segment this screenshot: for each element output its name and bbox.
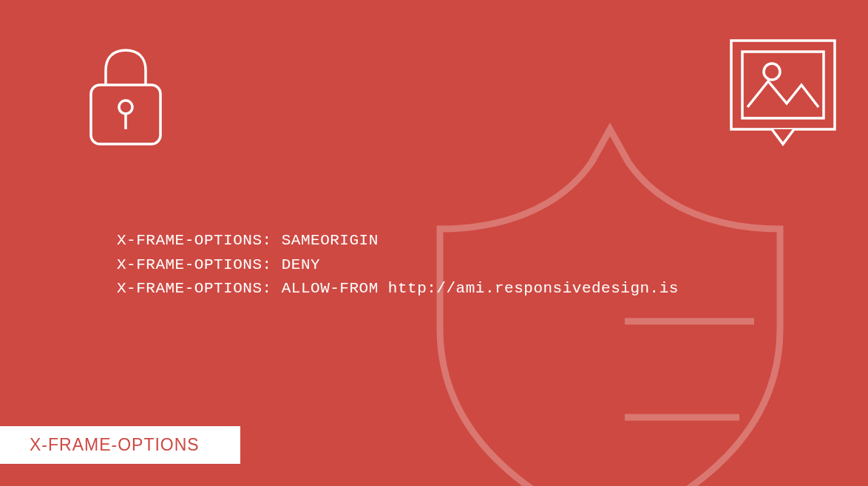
- svg-point-1: [119, 100, 132, 114]
- code-line-1: X-FRAME-OPTIONS: SAMEORIGIN: [117, 229, 679, 253]
- svg-rect-3: [731, 41, 835, 129]
- svg-rect-4: [742, 52, 824, 118]
- page-title: X-FRAME-OPTIONS: [0, 426, 240, 464]
- shield-icon: [410, 122, 810, 486]
- svg-point-5: [764, 64, 780, 80]
- code-line-3: X-FRAME-OPTIONS: ALLOW-FROM http://ami.r…: [117, 277, 679, 301]
- lock-icon: [78, 44, 174, 151]
- code-block: X-FRAME-OPTIONS: SAMEORIGIN X-FRAME-OPTI…: [117, 229, 679, 301]
- code-line-2: X-FRAME-OPTIONS: DENY: [117, 253, 679, 278]
